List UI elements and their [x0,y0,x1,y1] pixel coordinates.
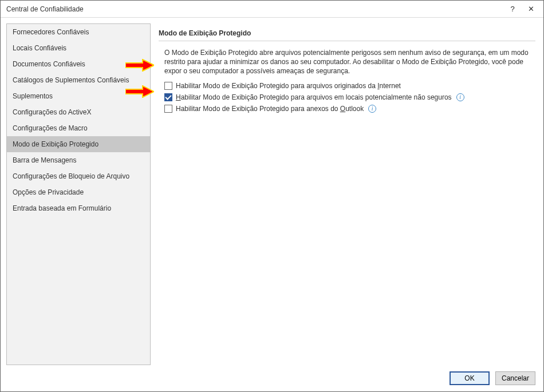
option-checkbox[interactable] [164,82,172,90]
sidebar-item[interactable]: Modo de Exibição Protegido [7,136,150,152]
checkbox-option[interactable]: Habilitar Modo de Exibição Protegido par… [164,93,535,101]
option-label: Habilitar Modo de Exibição Protegido par… [176,82,401,90]
sidebar-item[interactable]: Configurações de Macro [7,120,150,136]
dialog-body: Fornecedores ConfiáveisLocais Confiáveis… [1,18,543,365]
sidebar-item[interactable]: Configurações de Bloqueio de Arquivo [7,168,150,184]
options-group: Habilitar Modo de Exibição Protegido par… [159,82,535,113]
sidebar-item[interactable]: Configurações do ActiveX [7,104,150,120]
option-checkbox[interactable] [164,93,172,101]
sidebar-item[interactable]: Opções de Privacidade [7,184,150,200]
info-icon[interactable]: i [368,105,376,113]
sidebar-item[interactable]: Catálogos de Suplementos Confiáveis [7,72,150,88]
cancel-button[interactable]: Cancelar [495,371,535,385]
option-checkbox[interactable] [164,105,172,113]
sidebar: Fornecedores ConfiáveisLocais Confiáveis… [6,23,151,365]
dialog-window: Central de Confiabilidade ? ✕ Fornecedor… [0,0,544,392]
section-description: O Modo de Exibição Protegido abre arquiv… [159,48,535,76]
close-button[interactable]: ✕ [522,3,540,15]
sidebar-item[interactable]: Entrada baseada em Formulário [7,200,150,216]
checkbox-option[interactable]: Habilitar Modo de Exibição Protegido par… [164,82,535,90]
section-divider [159,41,535,41]
sidebar-item[interactable]: Barra de Mensagens [7,152,150,168]
dialog-footer: OK Cancelar [1,365,543,391]
checkbox-option[interactable]: Habilitar Modo de Exibição Protegido par… [164,105,535,113]
sidebar-item[interactable]: Suplementos [7,88,150,104]
titlebar: Central de Confiabilidade ? ✕ [1,1,543,18]
ok-button[interactable]: OK [450,371,490,385]
main-panel: Modo de Exibição Protegido O Modo de Exi… [156,23,538,365]
option-label: Habilitar Modo de Exibição Protegido par… [176,93,452,101]
help-button[interactable]: ? [503,3,522,15]
sidebar-item[interactable]: Locais Confiáveis [7,40,150,56]
option-label: Habilitar Modo de Exibição Protegido par… [176,105,364,113]
info-icon[interactable]: i [456,93,464,101]
sidebar-item[interactable]: Fornecedores Confiáveis [7,24,150,40]
window-title: Central de Confiabilidade [6,5,503,13]
sidebar-item[interactable]: Documentos Confiáveis [7,56,150,72]
section-title: Modo de Exibição Protegido [159,29,535,37]
